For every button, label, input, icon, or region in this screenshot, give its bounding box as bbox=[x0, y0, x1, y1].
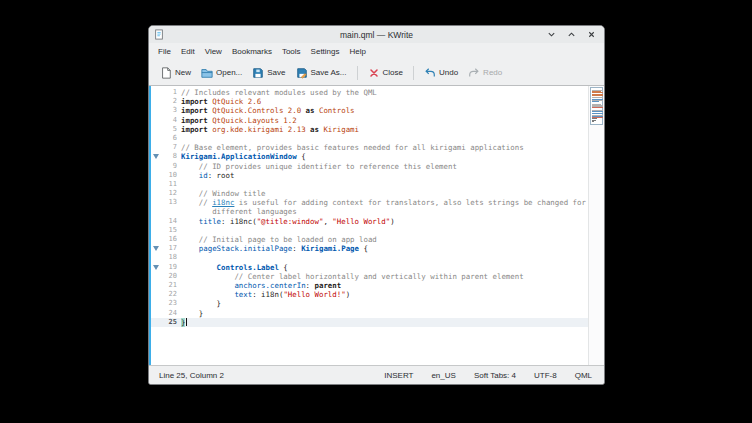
line-number: 15 bbox=[160, 226, 181, 235]
code-line-text: // Center label horizontally and vertica… bbox=[181, 272, 588, 281]
scrollbar-minimap[interactable] bbox=[590, 87, 603, 125]
code-line: 23 } bbox=[151, 299, 588, 308]
code-line-text: title: i18nc("@title:window", "Hello Wor… bbox=[181, 217, 588, 226]
code-line: 1// Includes relevant modules used by th… bbox=[151, 88, 588, 97]
code-line: 11 bbox=[151, 180, 588, 189]
code-line-text: id: root bbox=[181, 171, 588, 180]
line-number: 17 bbox=[160, 244, 181, 253]
code-line-text: // Includes relevant modules used by the… bbox=[181, 88, 588, 97]
scrollbar[interactable] bbox=[588, 86, 604, 365]
line-number: 14 bbox=[160, 217, 181, 226]
toolbar-separator bbox=[413, 66, 414, 80]
fold-marker[interactable] bbox=[151, 246, 160, 251]
undo-button[interactable]: Undo bbox=[419, 64, 463, 82]
line-number: 13 bbox=[160, 198, 181, 207]
code-line: 2import QtQuick 2.6 bbox=[151, 97, 588, 106]
code-line: 25} bbox=[151, 318, 588, 327]
code-line: 6 bbox=[151, 134, 588, 143]
line-number: 4 bbox=[160, 116, 181, 125]
menubar: FileEditViewBookmarksToolsSettingsHelp bbox=[149, 43, 604, 60]
line-number: 20 bbox=[160, 272, 181, 281]
code-line-text: import QtQuick.Controls 2.0 as Controls bbox=[181, 106, 588, 115]
window-title: main.qml — KWrite bbox=[149, 30, 604, 40]
statusbar-encoding[interactable]: UTF-8 bbox=[534, 371, 557, 380]
line-number: 18 bbox=[160, 253, 181, 262]
menu-help[interactable]: Help bbox=[345, 45, 371, 58]
menu-tools[interactable]: Tools bbox=[277, 45, 306, 58]
line-number: 25 bbox=[160, 318, 181, 327]
minimize-icon[interactable] bbox=[546, 30, 556, 40]
code-line-text: Controls.Label { bbox=[181, 263, 588, 272]
fold-marker[interactable] bbox=[151, 154, 160, 159]
maximize-icon[interactable] bbox=[566, 30, 576, 40]
line-number: 19 bbox=[160, 263, 181, 272]
code-line: 19 Controls.Label { bbox=[151, 263, 588, 272]
line-number: 8 bbox=[160, 152, 181, 161]
code-line-text: // i18nc is useful for adding context fo… bbox=[181, 198, 588, 207]
line-number: 6 bbox=[160, 134, 181, 143]
statusbar-tab-settings[interactable]: Soft Tabs: 4 bbox=[474, 371, 516, 380]
code-line-text: // Initial page to be loaded on app load bbox=[181, 235, 588, 244]
toolbar-button-label: Open... bbox=[216, 68, 242, 77]
line-number: 7 bbox=[160, 143, 181, 152]
code-line: 3import QtQuick.Controls 2.0 as Controls bbox=[151, 106, 588, 115]
toolbar-button-label: Close bbox=[383, 68, 403, 77]
minimap-line bbox=[592, 121, 594, 122]
line-number: 23 bbox=[160, 299, 181, 308]
fold-marker[interactable] bbox=[151, 265, 160, 270]
close-button[interactable]: Close bbox=[363, 64, 408, 82]
code-line: 10 id: root bbox=[151, 171, 588, 180]
kwrite-window: main.qml — KWrite FileEditViewBookmarksT… bbox=[148, 25, 605, 385]
code-line: 14 title: i18nc("@title:window", "Hello … bbox=[151, 217, 588, 226]
menu-settings[interactable]: Settings bbox=[306, 45, 345, 58]
save-as-button[interactable]: Save As... bbox=[291, 64, 352, 82]
line-number: 11 bbox=[160, 180, 181, 189]
menu-file[interactable]: File bbox=[153, 45, 176, 58]
folder-open-icon bbox=[201, 67, 213, 79]
statusbar-insert-mode[interactable]: INSERT bbox=[384, 371, 413, 380]
text-cursor bbox=[186, 318, 187, 326]
code-line: 4import QtQuick.Layouts 1.2 bbox=[151, 116, 588, 125]
code-line: 20 // Center label horizontally and vert… bbox=[151, 272, 588, 281]
text-editor[interactable]: 1// Includes relevant modules used by th… bbox=[149, 86, 604, 365]
statusbar-dictionary[interactable]: en_US bbox=[431, 371, 455, 380]
cursor-position[interactable]: Line 25, Column 2 bbox=[159, 371, 224, 380]
code-line: 24 } bbox=[151, 309, 588, 318]
close-icon[interactable] bbox=[586, 30, 596, 40]
code-line: 7// Base element, provides basic feature… bbox=[151, 143, 588, 152]
new-button[interactable]: New bbox=[155, 64, 196, 82]
line-number: 10 bbox=[160, 171, 181, 180]
code-line-text: // Window title bbox=[181, 189, 588, 198]
line-number: 5 bbox=[160, 125, 181, 134]
menu-view[interactable]: View bbox=[200, 45, 227, 58]
statusbar-right: INSERTen_USSoft Tabs: 4UTF-8QML bbox=[384, 371, 592, 380]
titlebar[interactable]: main.qml — KWrite bbox=[149, 26, 604, 43]
code-line: 12 // Window title bbox=[151, 189, 588, 198]
code-line-text: } bbox=[181, 309, 588, 318]
statusbar-syntax-mode[interactable]: QML bbox=[575, 371, 592, 380]
code-line-text: anchors.centerIn: parent bbox=[181, 281, 588, 290]
redo-icon bbox=[468, 67, 480, 79]
open-button[interactable]: Open... bbox=[196, 64, 247, 82]
line-number: 24 bbox=[160, 309, 181, 318]
code-line: 8Kirigami.ApplicationWindow { bbox=[151, 152, 588, 161]
toolbar-button-label: Save bbox=[267, 68, 285, 77]
menu-edit[interactable]: Edit bbox=[176, 45, 200, 58]
close-document-icon bbox=[368, 67, 380, 79]
toolbar: NewOpen...SaveSave As...CloseUndoRedo bbox=[149, 60, 604, 86]
toolbar-button-label: Redo bbox=[483, 68, 502, 77]
code-line: 9 // ID provides unique identifier to re… bbox=[151, 162, 588, 171]
statusbar: Line 25, Column 2 INSERTen_USSoft Tabs: … bbox=[149, 365, 604, 384]
code-line-text: different languages bbox=[181, 207, 588, 216]
save-button[interactable]: Save bbox=[247, 64, 290, 82]
code-line: 18 bbox=[151, 253, 588, 262]
toolbar-button-label: Save As... bbox=[311, 68, 347, 77]
code-line-text: import org.kde.kirigami 2.13 as Kirigami bbox=[181, 125, 588, 134]
toolbar-separator bbox=[357, 66, 358, 80]
code-line: different languages bbox=[151, 207, 588, 216]
code-line: 17 pageStack.initialPage: Kirigami.Page … bbox=[151, 244, 588, 253]
toolbar-button-label: New bbox=[175, 68, 191, 77]
redo-button[interactable]: Redo bbox=[463, 64, 507, 82]
menu-bookmarks[interactable]: Bookmarks bbox=[227, 45, 277, 58]
code-line-text: // Base element, provides basic features… bbox=[181, 143, 588, 152]
